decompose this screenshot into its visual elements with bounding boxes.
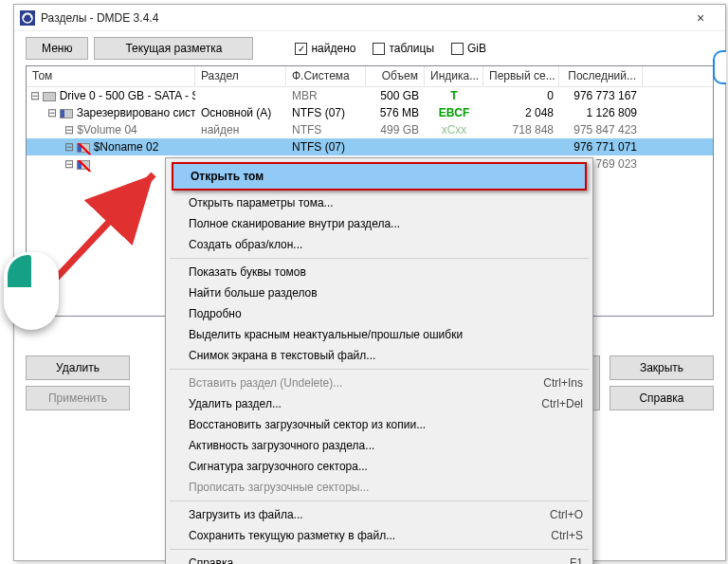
indicator-cell <box>425 146 483 148</box>
volume-name: Зарезервировано сист... <box>77 106 195 119</box>
indicator-cell: EBCF <box>425 105 483 120</box>
table-row[interactable]: ⊟ $Volume 04найденNTFS499 GBxCxx718 8489… <box>27 121 713 138</box>
volume-name: $Volume 04 <box>77 123 136 136</box>
menu-screenshot-txt[interactable]: Снимок экрана в текстовый файл... <box>168 345 591 366</box>
menu-separator <box>170 369 589 370</box>
last-sector-cell: 975 847 423 <box>559 122 643 137</box>
tree-toggle-icon: ⊟ <box>64 157 77 171</box>
menu-insert-partition[interactable]: Вставить раздел (Undelete)...Ctrl+Ins <box>168 373 591 393</box>
partition-cell <box>195 146 286 148</box>
context-menu: Открыть том Открыть параметры тома... По… <box>165 157 593 564</box>
current-layout-button[interactable]: Текущая разметка <box>94 37 253 60</box>
menu-create-image[interactable]: Создать образ/клон... <box>168 234 591 255</box>
menu-open-params[interactable]: Открыть параметры тома... <box>168 192 591 213</box>
col-volume[interactable]: Том <box>27 66 195 86</box>
app-icon <box>20 10 35 26</box>
tree-toggle-icon: ⊟ <box>30 89 43 102</box>
side-tab[interactable] <box>713 50 726 84</box>
indicator-cell: xCxx <box>425 122 483 137</box>
titlebar: Разделы - DMDE 3.4.4 × <box>14 5 725 31</box>
tree-toggle-icon: ⊟ <box>64 123 77 136</box>
col-indicator[interactable]: Индика... <box>425 66 483 86</box>
fs-cell: NTFS (07) <box>286 139 366 155</box>
window-title: Разделы - DMDE 3.4.4 <box>41 11 682 25</box>
close-icon[interactable]: × <box>682 7 719 29</box>
menu-full-scan[interactable]: Полное сканирование внутри раздела... <box>168 213 591 234</box>
menu-separator <box>170 500 589 501</box>
table-row[interactable]: ⊟ Drive 0 - 500 GB - SATA - S...MBR500 G… <box>27 87 713 104</box>
toolbar: Меню Текущая разметка ✓ найдено таблицы … <box>14 31 725 65</box>
tree-toggle-icon: ⊟ <box>64 140 77 154</box>
menu-boot-signature[interactable]: Сигнатура загрузочного сектора... <box>168 456 591 477</box>
first-sector-cell <box>483 146 559 148</box>
volume-name: $Noname 02 <box>94 140 159 154</box>
fs-cell: NTFS (07) <box>286 105 366 120</box>
menu-details[interactable]: Подробно <box>168 303 591 324</box>
first-sector-cell: 718 848 <box>483 122 559 137</box>
table-row[interactable]: ⊟ Зарезервировано сист...Основной (A)NTF… <box>27 104 713 121</box>
checkbox-checked-icon: ✓ <box>295 43 307 55</box>
menu-show-letters[interactable]: Показать буквы томов <box>168 262 591 282</box>
first-sector-cell: 2 048 <box>483 105 559 120</box>
size-cell: 500 GB <box>366 88 425 103</box>
size-cell <box>366 146 425 148</box>
tables-checkbox[interactable]: таблицы <box>373 42 434 55</box>
col-partition[interactable]: Раздел <box>195 66 286 86</box>
menu-open-volume[interactable]: Открыть том <box>172 162 587 191</box>
menu-restore-boot[interactable]: Восстановить загрузочный сектор из копии… <box>168 414 591 435</box>
close-button[interactable]: Закрыть <box>610 355 714 380</box>
fs-cell: MBR <box>286 88 366 103</box>
partition-cell <box>195 95 286 97</box>
first-sector-cell: 0 <box>483 88 559 103</box>
checkbox-icon <box>451 43 464 55</box>
fs-cell: NTFS <box>286 122 366 137</box>
menu-button[interactable]: Меню <box>26 37 88 60</box>
table-header: Том Раздел Ф.Система Объем Индика... Пер… <box>27 66 713 87</box>
indicator-cell: T <box>425 88 483 103</box>
menu-save-layout[interactable]: Сохранить текущую разметку в файл...Ctrl… <box>168 525 591 546</box>
col-size[interactable]: Объем <box>366 66 425 86</box>
menu-find-more[interactable]: Найти больше разделов <box>168 282 591 303</box>
partition-cell: Основной (A) <box>195 105 286 120</box>
col-first[interactable]: Первый се... <box>483 66 559 86</box>
volume-name: Drive 0 - 500 GB - SATA - S... <box>60 89 195 102</box>
menu-mark-red[interactable]: Выделить красным неактуальные/прошлые ош… <box>168 324 591 345</box>
help-button[interactable]: Справка <box>610 386 714 410</box>
menu-write-boot[interactable]: Прописать загрузочные секторы... <box>168 477 591 498</box>
last-sector-cell: 976 771 071 <box>559 139 643 155</box>
size-cell: 499 GB <box>366 122 425 137</box>
found-checkbox[interactable]: ✓ найдено <box>295 42 355 55</box>
menu-boot-activity[interactable]: Активность загрузочного раздела... <box>168 435 591 456</box>
last-sector-cell: 976 773 167 <box>559 88 643 103</box>
tree-toggle-icon: ⊟ <box>47 106 60 119</box>
menu-help[interactable]: СправкаF1 <box>168 553 591 564</box>
table-row[interactable]: ⊟ $Noname 02NTFS (07)976 771 071 <box>27 138 713 155</box>
mouse-hint-icon <box>4 252 70 339</box>
gib-checkbox[interactable]: GiB <box>451 42 486 55</box>
menu-load-file[interactable]: Загрузить из файла...Ctrl+O <box>168 504 591 525</box>
partition-cell: найден <box>195 122 286 137</box>
menu-separator <box>170 549 589 550</box>
menu-delete-partition[interactable]: Удалить раздел...Ctrl+Del <box>168 393 591 414</box>
size-cell: 576 MB <box>366 105 425 120</box>
menu-separator <box>170 258 589 259</box>
last-sector-cell: 1 126 809 <box>559 105 643 120</box>
col-last[interactable]: Последний... <box>559 66 643 86</box>
col-fs[interactable]: Ф.Система <box>286 66 366 86</box>
checkbox-icon <box>373 43 385 55</box>
